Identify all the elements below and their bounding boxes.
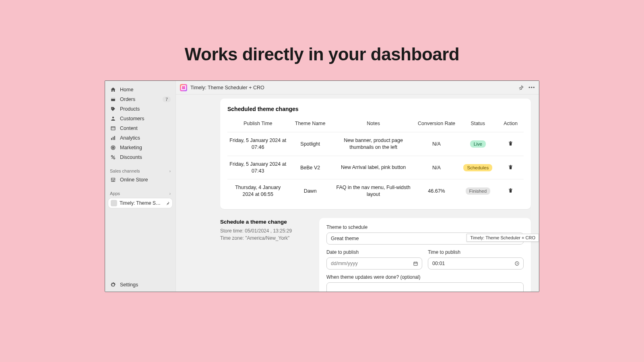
hero-title: Works directly in your dashboard — [0, 44, 644, 64]
sidebar-app-timely[interactable]: Timely: Theme Sched... — [108, 198, 172, 208]
time-label: Time to publish — [428, 249, 524, 255]
sidebar-item-settings[interactable]: Settings — [105, 280, 175, 292]
more-icon[interactable]: ••• — [528, 84, 535, 90]
orders-badge: 7 — [163, 97, 171, 102]
sidebar-item-orders[interactable]: Orders 7 — [105, 95, 175, 104]
table-row: Thursday, 4 January 2024 at 06:55DawnFAQ… — [227, 179, 524, 203]
sales-channels-header[interactable]: Sales channels › — [105, 166, 175, 175]
table-row: Friday, 5 January 2024 at 07:43BeBe V2Ne… — [227, 156, 524, 179]
time-input[interactable] — [428, 257, 524, 269]
discounts-icon — [110, 154, 116, 160]
sidebar-item-label: Home — [120, 87, 171, 93]
svg-rect-1 — [111, 98, 115, 99]
schedule-form-section: Schedule a theme change Store time: 05/0… — [220, 218, 531, 292]
sidebar-item-marketing[interactable]: Marketing — [105, 143, 175, 152]
trash-icon[interactable] — [508, 187, 514, 193]
col-theme-name: Theme Name — [289, 118, 332, 132]
cell-status: Schedules — [458, 156, 497, 179]
customers-icon — [110, 116, 116, 122]
status-badge: Schedules — [463, 164, 492, 171]
sidebar-item-content[interactable]: Content — [105, 123, 175, 133]
app-logo-icon — [180, 84, 187, 91]
cell-conversion-rate: 46.67% — [415, 179, 458, 203]
sidebar-item-label: Discounts — [120, 154, 171, 160]
cell-publish-time: Friday, 5 January 2024 at 07:43 — [227, 156, 289, 179]
trash-icon[interactable] — [508, 164, 514, 170]
date-input[interactable] — [326, 257, 422, 269]
cell-notes: New Arrival label, pink button — [332, 156, 415, 179]
app-window: Home Orders 7 Products Customers Conte — [105, 80, 539, 292]
tooltip: Timely: Theme Scheduler + CRO — [466, 234, 539, 242]
store-icon — [110, 177, 116, 183]
cell-notes: FAQ in the nav menu, Full-widsth layout — [332, 179, 415, 203]
topbar: Timely: Theme Scheduler + CRO ••• — [176, 81, 539, 95]
cell-theme-name: Dawn — [289, 179, 332, 203]
sidebar-item-label: Customers — [120, 116, 171, 121]
svg-point-11 — [111, 155, 113, 157]
col-status: Status — [458, 118, 497, 132]
section-label: Apps — [110, 191, 120, 196]
col-notes: Notes — [332, 118, 415, 132]
schedule-form-card: Theme to schedule Great theme ▴▾ Date to… — [319, 218, 531, 292]
home-icon — [110, 87, 116, 93]
cell-status: Live — [458, 132, 497, 156]
cell-action — [497, 132, 524, 156]
gear-icon — [110, 282, 116, 288]
cell-conversion-rate: N/A — [415, 156, 458, 179]
sidebar-item-customers[interactable]: Customers — [105, 114, 175, 123]
marketing-icon — [110, 145, 116, 151]
svg-point-3 — [112, 117, 114, 118]
sidebar-item-label: Products — [120, 106, 171, 112]
sidebar-item-home[interactable]: Home — [105, 85, 175, 95]
svg-point-10 — [113, 147, 113, 148]
cell-notes: New banner, product page thumbnails on t… — [332, 132, 415, 156]
theme-select-label: Theme to schedule — [326, 224, 524, 230]
pin-icon[interactable] — [165, 201, 170, 206]
cell-theme-name: Spotlight — [289, 132, 332, 156]
orders-icon — [110, 97, 116, 103]
col-conversion-rate: Conversion Rate — [415, 118, 458, 132]
sidebar-item-products[interactable]: Products — [105, 104, 175, 114]
sidebar-item-label: Online Store — [120, 177, 171, 183]
topbar-title: Timely: Theme Scheduler + CRO — [190, 85, 515, 90]
pin-icon[interactable] — [518, 85, 524, 90]
trash-icon[interactable] — [508, 140, 514, 146]
notes-textarea[interactable] — [326, 282, 524, 292]
app-label: Timely: Theme Sched... — [120, 200, 163, 206]
sidebar-item-label: Marketing — [120, 145, 171, 150]
content-area[interactable]: Scheduled theme changes Publish Time The… — [176, 95, 539, 292]
sidebar-item-label: Content — [120, 125, 171, 131]
cell-status: Finished — [458, 179, 497, 203]
form-heading: Schedule a theme change — [220, 219, 309, 225]
app-icon — [111, 200, 117, 206]
products-icon — [110, 106, 116, 112]
sidebar-item-analytics[interactable]: Analytics — [105, 133, 175, 143]
cell-publish-time: Thursday, 4 January 2024 at 06:55 — [227, 179, 289, 203]
store-time: Store time: 05/01/2024 , 13:25:29 — [220, 227, 309, 234]
scheduled-table: Publish Time Theme Name Notes Conversion… — [227, 118, 524, 203]
time-zone: Time zone: "America/New_York" — [220, 234, 309, 242]
apps-header[interactable]: Apps › — [105, 189, 175, 197]
table-row: Friday, 5 January 2024 at 07:46Spotlight… — [227, 132, 524, 156]
date-label: Date to publish — [326, 249, 422, 255]
col-publish-time: Publish Time — [227, 118, 289, 132]
status-badge: Live — [470, 140, 486, 148]
svg-point-12 — [114, 158, 115, 159]
sidebar-item-online-store[interactable]: Online Store — [105, 175, 175, 185]
notes-label: When theme updates were done? (optional) — [326, 274, 524, 280]
sidebar-item-discounts[interactable]: Discounts — [105, 152, 175, 162]
svg-rect-7 — [114, 136, 115, 140]
cell-conversion-rate: N/A — [415, 132, 458, 156]
content-icon — [110, 125, 116, 132]
main-column: Timely: Theme Scheduler + CRO ••• Schedu… — [176, 81, 539, 292]
svg-rect-4 — [111, 127, 115, 130]
section-label: Sales channels — [110, 169, 140, 173]
svg-rect-6 — [112, 137, 113, 140]
scheduled-changes-card: Scheduled theme changes Publish Time The… — [220, 99, 531, 209]
status-badge: Finished — [466, 187, 490, 195]
analytics-icon — [110, 135, 116, 141]
svg-rect-5 — [111, 138, 112, 140]
cell-theme-name: BeBe V2 — [289, 156, 332, 179]
col-action: Action — [497, 118, 524, 132]
sidebar-item-label: Analytics — [120, 135, 171, 141]
